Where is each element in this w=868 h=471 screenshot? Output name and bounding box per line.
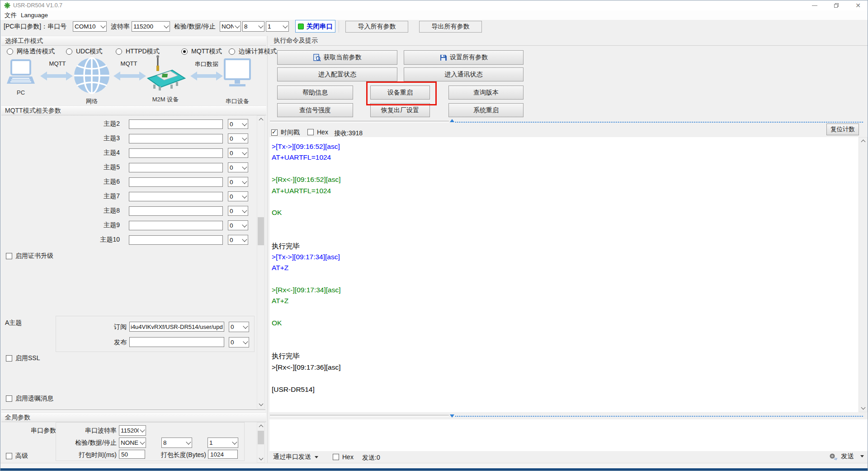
parity-select[interactable]: NONE [220, 21, 241, 32]
subscribe-qos-select[interactable]: 0 [229, 322, 249, 332]
topic-row: 主题9 0 [73, 220, 248, 230]
timestamp-checkbox[interactable]: 时间戳 [271, 128, 300, 137]
cert-upgrade-checkbox[interactable]: 启用证书升级 [6, 252, 53, 260]
stopbits-select[interactable]: 1 [266, 21, 289, 32]
radio-icon [181, 48, 188, 55]
reset-count-button[interactable]: 复位计数 [826, 124, 859, 135]
system-restart-button[interactable]: 系统重启 [448, 103, 524, 117]
global-parity-select[interactable]: NONE [119, 438, 146, 448]
restore-button[interactable] [828, 0, 845, 10]
log-trackbar[interactable] [455, 122, 863, 123]
topic-qos-select[interactable]: 0 [228, 148, 248, 158]
get-params-button[interactable]: 获取当前参数 [277, 50, 397, 65]
ssl-checkbox[interactable]: 启用SSL [6, 354, 40, 362]
topic-row: 主题8 0 [73, 206, 248, 216]
topic-input[interactable] [129, 192, 223, 201]
chevron-down-icon [860, 455, 864, 457]
scrollbar-thumb[interactable] [258, 431, 264, 444]
topic-input[interactable] [129, 119, 223, 129]
topic-label: 主题6 [73, 178, 120, 186]
topic-qos-select[interactable]: 0 [228, 177, 248, 187]
log-hex-checkbox[interactable]: Hex [307, 128, 328, 136]
log-scrollbar[interactable] [859, 137, 868, 412]
topic-label: 主题7 [73, 192, 120, 200]
topic-qos-select[interactable]: 0 [228, 206, 248, 216]
topic-qos-select[interactable]: 0 [228, 235, 248, 245]
global-databits-select[interactable]: 8 [161, 438, 192, 448]
topic-input[interactable] [129, 235, 223, 245]
chevron-down-icon [242, 326, 249, 328]
topic-input[interactable] [129, 163, 223, 172]
menu-file[interactable]: 文件 [2, 11, 19, 20]
menu-language[interactable]: Language [19, 11, 50, 20]
pc-laptop-icon [6, 59, 36, 87]
databits-select[interactable]: 8 [242, 21, 264, 32]
send-input-area[interactable] [269, 419, 868, 451]
scroll-up-icon[interactable] [257, 423, 264, 430]
topic-qos-select[interactable]: 0 [228, 119, 248, 129]
topic-input[interactable] [129, 134, 223, 143]
chevron-down-icon [185, 442, 192, 444]
topic-qos-select[interactable]: 0 [228, 133, 248, 143]
topic-qos-select[interactable]: 0 [228, 220, 248, 230]
topic-label: 主题2 [73, 120, 120, 128]
trackbar-thumb-icon[interactable] [450, 119, 454, 122]
scroll-down-icon[interactable] [859, 404, 867, 412]
chevron-down-icon [139, 429, 146, 432]
packtime-input[interactable] [119, 450, 145, 459]
minimize-button[interactable] [806, 0, 823, 10]
send-hex-checkbox[interactable]: Hex [333, 453, 354, 461]
query-signal-button[interactable]: 查信号强度 [277, 103, 353, 117]
global-stopbits-select[interactable]: 1 [208, 438, 238, 448]
send-button[interactable]: 发送 [829, 452, 864, 461]
trackbar-thumb-icon[interactable] [450, 414, 454, 418]
topic-row: 主题3 0 [73, 133, 248, 143]
send-via-serial-dropdown[interactable]: 通过串口发送 [273, 453, 318, 461]
left-splitter[interactable] [1, 409, 265, 411]
log-splitter[interactable] [270, 121, 449, 123]
topic-label: 主题4 [73, 149, 120, 157]
scroll-down-icon[interactable] [257, 401, 264, 408]
query-version-button[interactable]: 查询版本 [448, 86, 524, 100]
topic-input[interactable] [129, 177, 223, 187]
enter-comm-button[interactable]: 进入通讯状态 [404, 67, 524, 81]
mqtt-params-scrollbar[interactable] [257, 115, 265, 409]
help-info-button[interactable]: 帮助信息 [277, 86, 353, 100]
close-button[interactable]: ✕ [849, 0, 867, 10]
log-output[interactable]: >[Tx->][09:16:52][asc]AT+UARTFL=1024 >[R… [269, 137, 859, 412]
publish-qos-select[interactable]: 0 [229, 337, 249, 347]
scroll-up-icon[interactable] [257, 116, 264, 123]
topic-input[interactable] [129, 148, 223, 158]
topic-list: 主题2 0 主题3 0 主题4 0 [73, 119, 248, 249]
topic-qos-select[interactable]: 0 [228, 162, 248, 172]
network-label: 网络 [74, 97, 110, 105]
baud-select[interactable]: 115200 [132, 21, 170, 32]
subscribe-topic-input[interactable] [129, 322, 224, 332]
scroll-down-icon[interactable] [257, 455, 264, 462]
packlen-input[interactable] [208, 450, 238, 459]
advanced-checkbox[interactable]: 高级 [6, 452, 28, 460]
scrollbar-thumb[interactable] [258, 217, 264, 245]
send-trackbar[interactable] [455, 416, 863, 417]
scroll-up-icon[interactable] [859, 138, 867, 145]
global-baud-select[interactable]: 115200 [119, 425, 146, 436]
checkbox-icon [333, 454, 339, 460]
set-params-button[interactable]: 设置所有参数 [404, 50, 524, 65]
publish-topic-input[interactable] [129, 337, 224, 347]
send-splitter[interactable] [270, 415, 449, 417]
topic-input[interactable] [129, 206, 223, 216]
global-params-scrollbar[interactable] [257, 422, 265, 463]
export-params-button[interactable]: 导出所有参数 [419, 21, 482, 33]
topic-row: 主题2 0 [73, 119, 248, 129]
enter-config-button[interactable]: 进入配置状态 [277, 67, 397, 81]
close-port-button[interactable]: 关闭串口 [295, 20, 335, 33]
topic-qos-select[interactable]: 0 [228, 191, 248, 201]
will-message-checkbox[interactable]: 启用遗嘱消息 [6, 395, 53, 403]
radio-icon [66, 48, 72, 55]
com-port-select[interactable]: COM10 [73, 21, 107, 32]
topic-input[interactable] [129, 221, 223, 230]
global-baud-label: 串口波特率 [56, 427, 117, 435]
link2-label: MQTT [113, 60, 145, 67]
log-line: AT+UARTFL=1024 [272, 186, 859, 196]
import-params-button[interactable]: 导入所有参数 [345, 21, 408, 33]
